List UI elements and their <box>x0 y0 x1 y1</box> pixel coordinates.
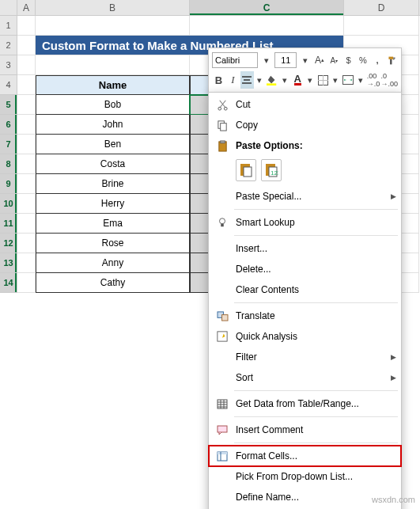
table-cell-name[interactable]: Herry <box>36 194 190 214</box>
menu-smart-lookup[interactable]: Smart Lookup <box>209 212 401 233</box>
row-header-11[interactable]: 11 <box>0 214 17 234</box>
menu-separator <box>234 443 398 443</box>
menu-label: Format Cells... <box>236 450 396 462</box>
fill-color-button[interactable] <box>266 71 279 89</box>
table-cell-name[interactable]: Ben <box>36 135 190 154</box>
cell[interactable] <box>17 16 36 36</box>
menu-format-cells[interactable]: Format Cells... <box>209 446 401 466</box>
menu-filter[interactable]: Filter ▶ <box>209 347 401 367</box>
row-header-9[interactable]: 9 <box>0 174 17 194</box>
merge-center-button[interactable] <box>342 71 355 89</box>
cell[interactable] <box>17 234 36 253</box>
col-header-B[interactable]: B <box>36 0 190 15</box>
row-header-13[interactable]: 13 <box>0 253 17 273</box>
cell[interactable] <box>17 194 36 214</box>
row-header-12[interactable]: 12 <box>0 234 17 253</box>
cell[interactable] <box>17 75 36 95</box>
menu-insert-comment[interactable]: Insert Comment <box>209 420 401 440</box>
row-header-6[interactable]: 6 <box>0 115 17 135</box>
menu-quick-analysis[interactable]: Quick Analysis <box>209 326 401 347</box>
cell[interactable] <box>17 95 36 115</box>
menu-sort[interactable]: Sort ▶ <box>209 367 401 388</box>
menu-get-data[interactable]: Get Data from Table/Range... <box>209 393 401 414</box>
font-size-dropdown-icon[interactable]: ▾ <box>299 51 311 69</box>
menu-insert[interactable]: Insert... <box>209 238 401 259</box>
cell[interactable] <box>17 135 36 154</box>
italic-button[interactable]: I <box>226 71 240 89</box>
col-header-D[interactable]: D <box>344 0 419 15</box>
format-painter-icon[interactable] <box>386 51 398 69</box>
menu-separator <box>234 390 398 391</box>
cell[interactable] <box>17 36 36 55</box>
font-name-input[interactable] <box>212 52 258 68</box>
cell[interactable] <box>36 16 190 36</box>
menu-cut[interactable]: Cut <box>209 94 401 115</box>
cell[interactable] <box>17 174 36 194</box>
table-cell-name[interactable]: Brine <box>36 174 190 194</box>
percent-format-icon[interactable]: % <box>357 51 369 69</box>
svg-rect-10 <box>244 167 252 177</box>
comma-format-icon[interactable]: , <box>372 51 384 69</box>
menu-copy[interactable]: Copy <box>209 115 401 135</box>
row-header-5[interactable]: 5 <box>0 95 17 115</box>
align-dropdown-icon[interactable]: ▾ <box>255 71 265 89</box>
col-header-C[interactable]: C <box>190 0 344 15</box>
svg-rect-8 <box>220 140 225 142</box>
fill-color-dropdown-icon[interactable]: ▾ <box>280 71 290 89</box>
font-color-button[interactable]: A <box>291 71 305 89</box>
row-header-2[interactable]: 2 <box>0 36 17 55</box>
select-all-corner[interactable] <box>0 0 17 15</box>
font-name-dropdown-icon[interactable]: ▾ <box>260 51 272 69</box>
merge-dropdown-icon[interactable]: ▾ <box>356 71 366 89</box>
lightbulb-icon <box>212 215 233 230</box>
cell[interactable] <box>344 16 419 36</box>
row-headers: 1 2 3 4 5 6 7 8 9 10 11 12 13 14 <box>0 16 17 293</box>
table-cell-name[interactable]: Cathy <box>36 273 190 293</box>
table-cell-name[interactable]: Rose <box>36 234 190 253</box>
cell[interactable] <box>17 154 36 174</box>
menu-delete[interactable]: Delete... <box>209 259 401 279</box>
decrease-decimal-icon[interactable]: .0→.00 <box>381 71 399 89</box>
cell[interactable] <box>36 55 190 75</box>
cell[interactable] <box>17 273 36 293</box>
table-cell-name[interactable]: John <box>36 115 190 135</box>
align-center-button[interactable] <box>240 71 254 89</box>
table-cell-name[interactable]: Anny <box>36 253 190 273</box>
row-header-1[interactable]: 1 <box>0 16 17 36</box>
decrease-font-icon[interactable]: A▾ <box>328 51 340 69</box>
row-header-8[interactable]: 8 <box>0 154 17 174</box>
menu-clear-contents[interactable]: Clear Contents <box>209 279 401 300</box>
svg-rect-12 <box>269 167 277 177</box>
cell[interactable] <box>190 16 344 36</box>
paste-values-button[interactable]: 123 <box>261 159 282 181</box>
borders-button[interactable] <box>316 71 330 89</box>
cell[interactable] <box>17 253 36 273</box>
bold-button[interactable]: B <box>212 71 225 89</box>
row-header-7[interactable]: 7 <box>0 135 17 154</box>
svg-rect-19 <box>218 400 227 408</box>
cell[interactable] <box>17 214 36 234</box>
cell[interactable] <box>17 55 36 75</box>
col-header-A[interactable]: A <box>17 0 36 15</box>
font-size-input[interactable] <box>274 52 297 68</box>
font-color-dropdown-icon[interactable]: ▾ <box>305 71 316 89</box>
increase-decimal-icon[interactable]: .00→.0 <box>367 71 380 89</box>
menu-paste-special[interactable]: Paste Special... ▶ <box>209 186 401 207</box>
table-cell-name[interactable]: Costa <box>36 154 190 174</box>
table-cell-name[interactable]: Bob <box>36 95 190 115</box>
increase-font-icon[interactable]: A▴ <box>314 51 326 69</box>
row-header-14[interactable]: 14 <box>0 273 17 293</box>
cell[interactable] <box>17 115 36 135</box>
column-headers: A B C D <box>0 0 420 16</box>
accounting-format-icon[interactable]: $ <box>342 51 354 69</box>
menu-label: Insert Comment <box>236 424 396 435</box>
row-header-10[interactable]: 10 <box>0 194 17 214</box>
row-header-4[interactable]: 4 <box>0 75 17 95</box>
table-header-name[interactable]: Name <box>36 75 190 95</box>
menu-pick-from-list[interactable]: Pick From Drop-down List... <box>209 466 401 487</box>
menu-translate[interactable]: Translate <box>209 306 401 326</box>
paste-default-button[interactable] <box>236 159 256 181</box>
row-header-3[interactable]: 3 <box>0 55 17 75</box>
table-cell-name[interactable]: Ema <box>36 214 190 234</box>
borders-dropdown-icon[interactable]: ▾ <box>331 71 341 89</box>
